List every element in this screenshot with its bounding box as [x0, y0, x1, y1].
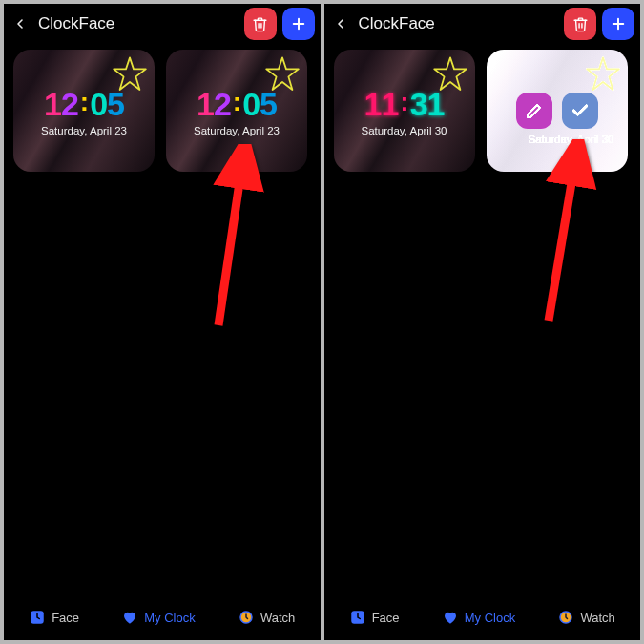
- clockface-grid-container: 12:05 Saturday, April 23 12:05 Saturday,…: [4, 44, 321, 598]
- nav-watch-label: Watch: [580, 611, 614, 625]
- nav-watch[interactable]: Watch: [238, 609, 295, 626]
- check-icon: [571, 101, 590, 120]
- nav-watch[interactable]: Watch: [557, 609, 614, 626]
- chevron-left-icon: [333, 16, 348, 31]
- heart-icon: [442, 609, 459, 626]
- nav-myclock[interactable]: My Clock: [121, 609, 195, 626]
- app-header: ClockFace: [4, 4, 321, 44]
- nav-myclock-label: My Clock: [144, 611, 195, 625]
- clockface-date: Saturday, April 23: [194, 125, 280, 136]
- nav-face-label: Face: [372, 611, 400, 625]
- back-button[interactable]: [328, 11, 353, 36]
- nav-myclock[interactable]: My Clock: [442, 609, 515, 626]
- back-button[interactable]: [8, 11, 32, 36]
- svg-line-3: [218, 163, 242, 325]
- nav-face[interactable]: Face: [349, 609, 400, 626]
- watch-icon: [557, 609, 574, 626]
- delete-button[interactable]: [244, 8, 277, 40]
- apply-clockface-button[interactable]: [562, 93, 598, 129]
- clockface-date: Saturday, April 30: [362, 125, 447, 136]
- app-title: ClockFace: [359, 14, 559, 33]
- plus-icon: [290, 15, 307, 32]
- star-icon: [263, 55, 301, 93]
- clockface-card-selected[interactable]: Saturday, April 30: [487, 50, 628, 172]
- plus-icon: [610, 15, 627, 32]
- clock-square-icon: [29, 609, 46, 626]
- app-header: ClockFace: [324, 4, 641, 44]
- bottom-nav: Face My Clock Watch: [324, 598, 641, 640]
- clock-square-icon: [349, 609, 366, 626]
- annotation-arrow: [190, 144, 276, 339]
- watch-icon: [238, 609, 255, 626]
- screen-left: ClockFace 12:05 Saturday, April 23 12:05: [4, 4, 321, 640]
- app-title: ClockFace: [38, 14, 239, 33]
- clockface-card[interactable]: 11:31 Saturday, April 30: [334, 50, 475, 172]
- nav-watch-label: Watch: [260, 611, 295, 625]
- heart-icon: [121, 609, 138, 626]
- star-icon: [111, 55, 149, 93]
- clockface-card[interactable]: 12:05 Saturday, April 23: [166, 50, 307, 172]
- clockface-grid: 11:31 Saturday, April 30 Saturday, April…: [334, 50, 632, 172]
- add-button[interactable]: [282, 8, 315, 40]
- nav-myclock-label: My Clock: [465, 611, 515, 625]
- clockface-grid-container: 11:31 Saturday, April 30 Saturday, April…: [324, 44, 641, 598]
- delete-button[interactable]: [564, 8, 596, 40]
- clockface-card[interactable]: 12:05 Saturday, April 23: [13, 50, 155, 172]
- svg-line-10: [549, 160, 575, 321]
- add-button[interactable]: [602, 8, 634, 40]
- screen-right: ClockFace 11:31 Saturday, April 30 Satur…: [324, 4, 641, 640]
- clockface-grid: 12:05 Saturday, April 23 12:05 Saturday,…: [13, 50, 311, 172]
- trash-icon: [572, 16, 589, 32]
- bottom-nav: Face My Clock Watch: [4, 598, 321, 640]
- clockface-date: Saturday, April 23: [41, 125, 127, 136]
- card-actions-overlay: [487, 50, 628, 172]
- nav-face-label: Face: [52, 611, 79, 625]
- nav-face[interactable]: Face: [29, 609, 79, 626]
- edit-clockface-button[interactable]: [516, 93, 552, 129]
- star-icon: [431, 55, 469, 93]
- chevron-left-icon: [12, 16, 28, 31]
- pencil-icon: [526, 103, 542, 119]
- trash-icon: [252, 16, 268, 32]
